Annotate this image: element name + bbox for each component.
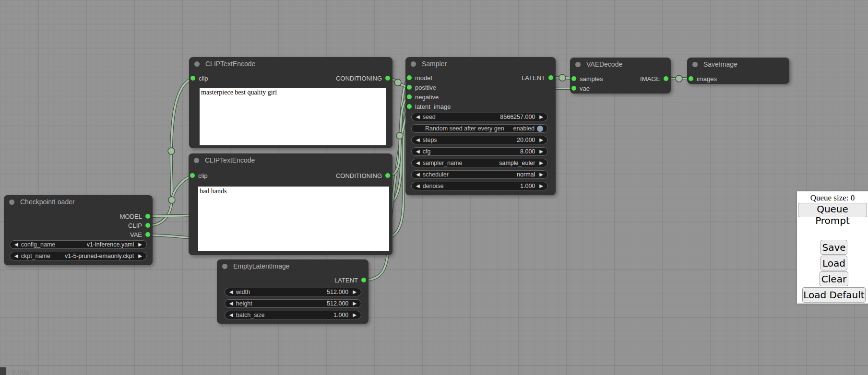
widget-sampler-name[interactable]: ◀ sampler_name sample_euler ▶ (411, 159, 548, 167)
node-clip-text-encode-positive[interactable]: CLIPTextEncode clip CONDITIONING masterp… (189, 57, 392, 148)
widget-batch-size[interactable]: ◀ batch_size 1.000 ▶ (225, 311, 361, 319)
decrement-arrow-icon[interactable]: ◀ (416, 184, 420, 188)
widget-height[interactable]: ◀ height 512.000 ▶ (225, 299, 361, 308)
node-clip-text-encode-negative[interactable]: CLIPTextEncode clip CONDITIONING bad han… (189, 153, 392, 255)
node-header[interactable]: VAEDecode (570, 58, 671, 71)
input-port-samples[interactable]: samples (571, 75, 603, 82)
widget-value[interactable]: 1.000 (520, 183, 535, 189)
increment-arrow-icon[interactable]: ▶ (353, 313, 357, 317)
port-dot-icon[interactable] (190, 76, 195, 81)
widget-value[interactable]: enabled (513, 125, 535, 132)
port-dot-icon[interactable] (407, 85, 412, 90)
collapse-dot-icon[interactable] (692, 62, 698, 67)
widget-value[interactable]: v1-inference.yaml (87, 241, 134, 248)
output-port-image[interactable]: IMAGE (640, 75, 668, 82)
port-dot-icon[interactable] (407, 104, 412, 109)
node-header[interactable]: CLIPTextEncode (189, 57, 392, 70)
input-port-model[interactable]: model (407, 74, 432, 82)
reroute-dot[interactable] (394, 79, 401, 86)
widget-value[interactable]: normal (517, 171, 535, 178)
port-dot-icon[interactable] (407, 75, 412, 80)
input-port-clip[interactable]: clip (190, 172, 208, 179)
widget-config-name[interactable]: ◀ config_name v1-inference.yaml ▶ (10, 240, 147, 249)
output-port-latent[interactable]: LATENT (522, 74, 553, 82)
port-dot-icon[interactable] (571, 76, 576, 81)
decrement-arrow-icon[interactable]: ◀ (14, 242, 18, 247)
increment-arrow-icon[interactable]: ▶ (138, 254, 142, 258)
node-empty-latent-image[interactable]: EmptyLatentImage LATENT ◀ width 512.000 … (217, 259, 369, 324)
port-dot-icon[interactable] (571, 86, 576, 91)
input-port-clip[interactable]: clip (190, 74, 208, 82)
collapse-dot-icon[interactable] (194, 158, 199, 163)
increment-arrow-icon[interactable]: ▶ (539, 172, 543, 177)
node-checkpoint-loader[interactable]: CheckpointLoader MODEL CLIP VAE ◀ config… (4, 195, 153, 265)
port-dot-icon[interactable] (664, 76, 668, 81)
decrement-arrow-icon[interactable]: ◀ (229, 290, 233, 294)
increment-arrow-icon[interactable]: ▶ (353, 301, 357, 306)
port-dot-icon[interactable] (145, 214, 150, 219)
node-vae-decode[interactable]: VAEDecode samples vae IMAGE (570, 58, 671, 94)
output-port-clip[interactable]: CLIP (128, 222, 150, 229)
node-save-image[interactable]: SaveImage images (687, 58, 789, 84)
output-port-conditioning[interactable]: CONDITIONING (336, 74, 390, 82)
widget-value[interactable]: 512.000 (327, 289, 348, 295)
port-dot-icon[interactable] (190, 173, 195, 178)
increment-arrow-icon[interactable]: ▶ (539, 184, 543, 188)
decrement-arrow-icon[interactable]: ◀ (416, 138, 420, 142)
increment-arrow-icon[interactable]: ▶ (539, 161, 543, 165)
increment-arrow-icon[interactable]: ▶ (539, 138, 543, 142)
increment-arrow-icon[interactable]: ▶ (353, 290, 357, 294)
widget-cfg[interactable]: ◀ cfg 8.000 ▶ (411, 147, 548, 156)
widget-value[interactable]: sample_euler (499, 160, 535, 166)
comfyui-canvas[interactable]: { "icons": { "left_arrow": "◀", "right_a… (0, 0, 868, 375)
port-dot-icon[interactable] (689, 76, 693, 81)
reroute-dot[interactable] (168, 148, 175, 154)
decrement-arrow-icon[interactable]: ◀ (416, 115, 420, 119)
node-header[interactable]: CheckpointLoader (4, 195, 153, 209)
reroute-dot[interactable] (168, 197, 175, 203)
port-dot-icon[interactable] (548, 75, 553, 80)
widget-width[interactable]: ◀ width 512.000 ▶ (225, 288, 361, 296)
port-dot-icon[interactable] (385, 173, 390, 178)
port-dot-icon[interactable] (145, 232, 150, 237)
port-dot-icon[interactable] (385, 76, 390, 81)
reroute-dot[interactable] (676, 75, 682, 82)
node-header[interactable]: CLIPTextEncode (189, 153, 392, 167)
input-port-vae[interactable]: vae (571, 84, 590, 92)
prompt-textarea[interactable]: bad hands (198, 187, 389, 251)
collapse-dot-icon[interactable] (222, 264, 227, 269)
decrement-arrow-icon[interactable]: ◀ (229, 313, 233, 317)
input-port-images[interactable]: images (689, 75, 717, 82)
input-port-latent-image[interactable]: latent_image (407, 103, 451, 110)
collapse-dot-icon[interactable] (575, 62, 581, 67)
decrement-arrow-icon[interactable]: ◀ (14, 254, 18, 258)
widget-value[interactable]: 512.000 (327, 300, 348, 307)
increment-arrow-icon[interactable]: ▶ (539, 115, 543, 119)
queue-prompt-button[interactable]: Queue Prompt (798, 203, 867, 217)
collapse-dot-icon[interactable] (9, 199, 14, 205)
widget-value[interactable]: 8566257.000 (500, 114, 535, 120)
widget-denoise[interactable]: ◀ denoise 1.000 ▶ (411, 182, 548, 190)
widget-value[interactable]: 20.000 (517, 137, 535, 143)
port-dot-icon[interactable] (407, 94, 412, 99)
node-header[interactable]: Sampler (405, 57, 556, 70)
load-default-button[interactable]: Load Default (802, 287, 866, 303)
decrement-arrow-icon[interactable]: ◀ (416, 149, 420, 154)
increment-arrow-icon[interactable]: ▶ (138, 242, 142, 247)
input-port-positive[interactable]: positive (407, 83, 436, 91)
output-port-model[interactable]: MODEL (120, 212, 150, 220)
input-port-negative[interactable]: negative (407, 93, 439, 101)
widget-value[interactable]: 8.000 (520, 148, 535, 155)
reroute-dot[interactable] (396, 132, 403, 139)
node-sampler[interactable]: Sampler model positive negative latent_i… (405, 57, 556, 195)
widget-seed[interactable]: ◀ seed 8566257.000 ▶ (411, 113, 548, 121)
widget-steps[interactable]: ◀ steps 20.000 ▶ (411, 136, 548, 144)
decrement-arrow-icon[interactable]: ◀ (416, 161, 420, 165)
increment-arrow-icon[interactable]: ▶ (539, 149, 543, 154)
decrement-arrow-icon[interactable]: ◀ (416, 172, 420, 177)
toggle-circle-icon[interactable] (537, 126, 543, 132)
clear-button[interactable]: Clear (820, 271, 848, 286)
save-button[interactable]: Save (820, 240, 847, 255)
prompt-textarea[interactable]: masterpiece best quality girl (200, 88, 386, 145)
reroute-dot[interactable] (559, 74, 566, 81)
